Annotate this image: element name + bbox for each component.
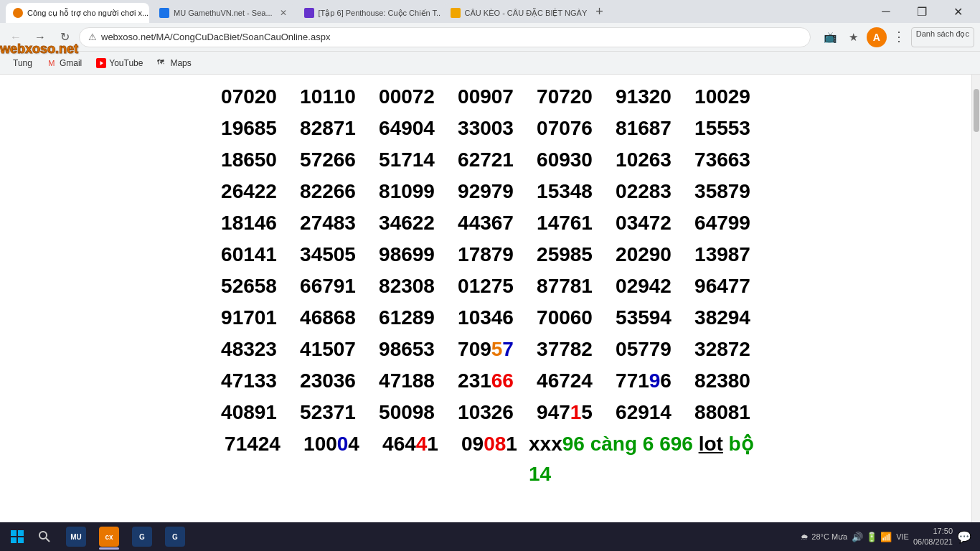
tab-2[interactable]: [Tập 6] Penthouse: Cuộc Chiến T... ✕ [297, 3, 440, 23]
network-icon[interactable]: 🔊 [852, 532, 863, 542]
num-cell: 32872 [683, 334, 762, 364]
num-cell: 47133 [209, 366, 288, 396]
svg-rect-4 [11, 537, 17, 543]
webxoso-logo: webxoso.net [0, 42, 115, 57]
system-icons: 🔊 🔋 📶 [852, 532, 892, 542]
menu-button[interactable]: ⋮ [890, 27, 908, 47]
minimize-button[interactable]: ─ [870, 0, 903, 23]
new-tab-button[interactable]: + [590, 1, 610, 22]
num-cell: 46441 [371, 429, 450, 489]
main-content: 07020 10110 00072 00907 70720 91320 1002… [0, 75, 980, 522]
num-cell: 20290 [604, 240, 683, 270]
notification-icon[interactable]: 💬 [957, 530, 971, 544]
num-cell: 92979 [446, 176, 525, 207]
num-cell: 81099 [367, 176, 446, 207]
num-cell: 40891 [209, 397, 288, 428]
num-cell: 26422 [209, 176, 288, 207]
num-cell: 88081 [683, 397, 762, 428]
bookmarks-bar: Tung M Gmail YouTube 🗺 Maps [0, 52, 980, 75]
num-cell: 15348 [525, 176, 604, 207]
num-cell: 73663 [683, 145, 762, 175]
num-cell: 94715 [525, 397, 604, 428]
num-cell: 17879 [446, 240, 525, 270]
num-cell: 82871 [288, 113, 367, 143]
svg-line-7 [46, 538, 50, 542]
gmail-favicon: M [47, 58, 57, 68]
table-row: 48323 41507 98653 70957 37782 05779 3287… [206, 334, 765, 364]
cast-button[interactable]: 📺 [821, 27, 841, 47]
num-cell: 18146 [209, 208, 288, 238]
tab-3[interactable]: CÂU KÈO - CÂU ĐẶC BIỆT NGÀY ... ✕ [443, 3, 587, 23]
num-cell: 02283 [604, 176, 683, 207]
table-row: 52658 66791 82308 01275 87781 02942 9647… [206, 271, 765, 301]
prediction-text[interactable]: xxx96 càng 6 696 lot bộ 14 [529, 429, 758, 489]
table-row: 91701 46868 61289 10346 70060 53594 3829… [206, 303, 765, 333]
num-cell: 48323 [209, 334, 288, 364]
num-cell: 66791 [288, 271, 367, 301]
language-indicator[interactable]: VIE [896, 532, 909, 541]
num-cell: 19685 [209, 113, 288, 143]
num-cell: 52658 [209, 271, 288, 301]
num-cell: 60141 [209, 240, 288, 270]
tab-1[interactable]: MU GamethuVN.net - Sea... ✕ [152, 3, 294, 23]
bookmark-star[interactable]: ★ [844, 27, 864, 47]
num-cell: 35879 [683, 176, 762, 207]
taskbar-app-gamethu2[interactable]: G [159, 522, 191, 551]
bookmark-maps[interactable]: 🗺 Maps [153, 57, 195, 70]
clock[interactable]: 17:50 06/08/2021 [913, 526, 953, 548]
security-icon: ⚠ [88, 32, 97, 42]
reader-mode-button[interactable]: Danh sách đọc [911, 27, 974, 47]
restore-button[interactable]: ❐ [905, 0, 938, 23]
search-taskbar-button[interactable] [32, 524, 57, 550]
tab-2-label: [Tập 6] Penthouse: Cuộc Chiến T... [319, 9, 440, 18]
tung-label: Tung [13, 58, 32, 68]
num-cell: 64904 [367, 113, 446, 143]
tab-1-close[interactable]: ✕ [280, 8, 287, 18]
start-button[interactable] [3, 522, 32, 551]
congcu-icon: cx [99, 527, 119, 547]
num-cell: 70720 [525, 82, 604, 112]
num-cell: 10346 [446, 303, 525, 333]
num-cell: 23036 [288, 366, 367, 396]
battery-icon[interactable]: 📶 [880, 532, 892, 542]
taskbar-app-gamethu1[interactable]: G [126, 522, 158, 551]
num-cell: 77196 [604, 366, 683, 396]
num-cell: 14761 [525, 208, 604, 238]
taskbar-app-mu[interactable]: MU [60, 522, 92, 551]
num-cell: 62721 [446, 145, 525, 175]
bookmark-gmail[interactable]: M Gmail [42, 57, 86, 70]
table-row: 47133 23036 47188 23166 46724 77196 8238… [206, 366, 765, 396]
logo-text: webxoso.net [0, 42, 115, 57]
scrollbar[interactable] [971, 75, 980, 522]
profile-button[interactable]: A [867, 27, 887, 47]
table-row: 60141 34505 98699 17879 25985 20290 1398… [206, 240, 765, 270]
tab-active[interactable]: Công cụ hỗ trợ cho người chơi x... ✕ [6, 3, 149, 23]
gamethu2-icon: G [165, 527, 185, 547]
num-cell: 70957 [446, 334, 525, 364]
num-cell: 70060 [525, 303, 604, 333]
num-cell: 10263 [604, 145, 683, 175]
close-button[interactable]: ✕ [941, 0, 974, 23]
num-cell: 52371 [288, 397, 367, 428]
weather-temp: 28°C Mưa [811, 532, 847, 542]
svg-rect-2 [11, 530, 17, 536]
tab-1-label: MU GamethuVN.net - Sea... [174, 9, 273, 17]
title-bar: Công cụ hỗ trợ cho người chơi x... ✕ MU … [0, 0, 980, 23]
num-cell: 82308 [367, 271, 446, 301]
num-cell: 47188 [367, 366, 446, 396]
scrollbar-thumb[interactable] [974, 89, 979, 132]
volume-icon[interactable]: 🔋 [866, 532, 877, 542]
num-cell: 13987 [683, 240, 762, 270]
num-cell: 34622 [367, 208, 446, 238]
num-cell: 10004 [292, 429, 371, 489]
num-cell: 57266 [288, 145, 367, 175]
bookmark-tung[interactable]: Tung [9, 57, 37, 70]
num-cell: 33003 [446, 113, 525, 143]
num-cell: 37782 [525, 334, 604, 364]
url-box[interactable]: ⚠ webxoso.net/MA/CongCuDacBiet/SoanCauOn… [79, 27, 811, 47]
num-cell: 44367 [446, 208, 525, 238]
taskbar-app-congcu[interactable]: cx [93, 522, 125, 551]
num-cell: 03472 [604, 208, 683, 238]
time-display: 17:50 [913, 526, 953, 537]
bookmark-youtube[interactable]: YouTube [92, 57, 147, 70]
